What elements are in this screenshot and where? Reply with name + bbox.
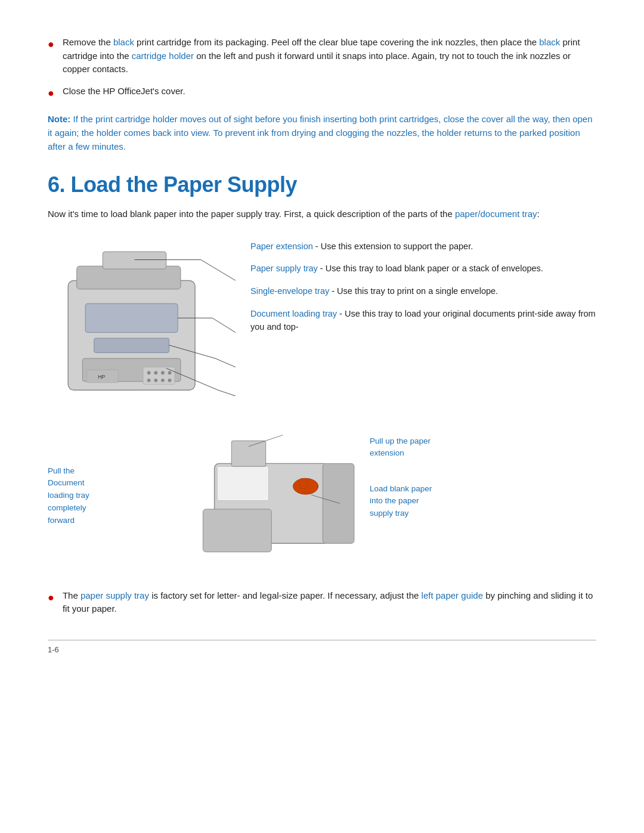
printer-open-svg [179,429,370,561]
svg-line-20 [212,318,236,332]
svg-rect-2 [103,252,166,269]
bullet-dot-1: ● [48,36,54,52]
bullet-text-2: Close the HP OfficeJet's cover. [63,85,185,98]
svg-rect-27 [217,466,268,500]
note-text: If the print cartridge holder moves out … [48,114,593,152]
svg-line-24 [218,390,236,396]
svg-point-11 [147,378,151,382]
black-ink-ref-2: black [539,37,560,47]
svg-rect-26 [203,509,271,552]
footer: 1-6 [48,640,596,654]
svg-text:HP: HP [98,373,105,379]
svg-line-18 [201,259,236,280]
bottom-bullet-1: ● The paper supply tray is factory set f… [48,589,596,616]
svg-line-22 [215,358,236,367]
label-paper-supply-tray: Paper supply tray - Use this tray to loa… [250,262,596,275]
intro-text: Now it's time to load blank paper into t… [48,207,596,221]
black-ink-ref-1: black [113,37,134,47]
bottom-bullet-section: ● The paper supply tray is factory set f… [48,589,596,616]
svg-point-9 [161,371,165,374]
svg-point-12 [154,378,157,382]
diagram1-labels: Paper extension - Use this extension to … [250,234,596,334]
paper-doc-tray-ref: paper/document tray [455,209,537,219]
bottom-bullet-text-1: The paper supply tray is factory set for… [63,589,596,616]
svg-point-14 [168,378,172,382]
pull-paper-extension-label: Pull up the paperextension [370,435,596,460]
bullet-dot-2: ● [48,85,54,101]
svg-rect-1 [77,266,181,289]
diagram1-image: HP [48,234,239,415]
bullet-text-1: Remove the black print cartridge from it… [63,36,596,76]
svg-rect-30 [300,478,306,488]
svg-point-13 [161,378,165,382]
bullet-item-2: ● Close the HP OfficeJet's cover. [48,85,596,101]
bottom-bullet-dot-1: ● [48,590,54,606]
svg-rect-3 [85,304,178,332]
label-single-envelope-tray: Single-envelope tray - Use this tray to … [250,285,596,298]
bullet-item-1: ● Remove the black print cartridge from … [48,36,596,76]
svg-point-10 [168,371,172,374]
page-number: 1-6 [48,645,59,654]
paper-supply-tray-ref: paper supply tray [80,590,149,600]
diagram2-section: Pull theDocumentloading traycompletelyfo… [48,429,596,572]
load-blank-paper-label: Load blank paperinto the papersupply tra… [370,483,596,519]
diagram2-left-labels: Pull theDocumentloading traycompletelyfo… [48,429,179,535]
diagram2-image [179,429,370,562]
bottom-bullet-list: ● The paper supply tray is factory set f… [48,589,596,616]
svg-rect-31 [323,463,354,543]
cartridge-holder-ref: cartridge holder [132,51,194,61]
left-paper-guide-ref: left paper guide [422,590,483,600]
svg-rect-4 [94,338,169,352]
note-block: Note: If the print cartridge holder move… [48,112,596,154]
printer-top-svg: HP [48,234,239,413]
svg-point-8 [154,371,157,374]
pull-document-label: Pull theDocumentloading traycompletelyfo… [48,465,179,528]
top-bullet-list: ● Remove the black print cartridge from … [48,36,596,101]
svg-rect-28 [231,441,265,466]
diagram1-section: HP Paper extension - Use this extension … [48,234,596,415]
label-document-loading-tray: Document loading tray - Use this tray to… [250,308,596,334]
diagram2-right-labels: Pull up the paperextension Load blank pa… [370,429,596,527]
svg-point-7 [147,371,151,374]
label-paper-extension: Paper extension - Use this extension to … [250,240,596,253]
note-label: Note: [48,114,70,124]
section-title: 6. Load the Paper Supply [48,172,596,197]
